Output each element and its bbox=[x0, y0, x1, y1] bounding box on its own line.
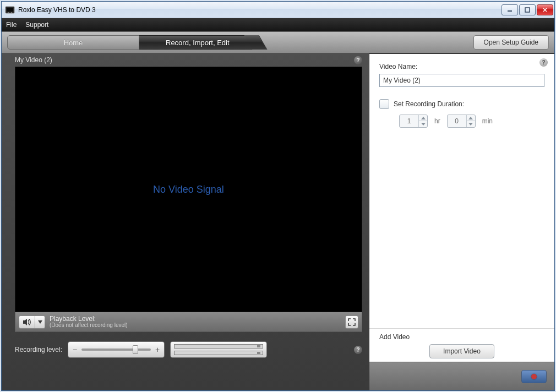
minimize-button[interactable] bbox=[502, 4, 518, 15]
set-duration-checkbox[interactable] bbox=[379, 99, 389, 109]
svg-rect-4 bbox=[508, 10, 512, 12]
speaker-dropdown[interactable] bbox=[35, 315, 45, 329]
minutes-unit: min bbox=[482, 117, 493, 125]
record-icon bbox=[531, 374, 537, 379]
tab-record-label: Record, Import, Edit bbox=[166, 39, 230, 47]
minutes-down[interactable] bbox=[467, 121, 475, 127]
recording-level-slider[interactable]: − + bbox=[68, 341, 165, 358]
left-panel: My Video (2) ? No Video Signal bbox=[2, 53, 369, 390]
set-duration-row: Set Recording Duration: bbox=[379, 99, 544, 109]
menu-file[interactable]: File bbox=[6, 21, 17, 29]
video-preview: No Video Signal bbox=[15, 67, 362, 312]
app-window: Roxio Easy VHS to DVD 3 File Support Hom… bbox=[1, 1, 555, 391]
app-icon bbox=[5, 5, 15, 15]
menubar: File Support bbox=[2, 18, 554, 31]
tabstrip: Home Record, Import, Edit Open Setup Gui… bbox=[2, 31, 554, 53]
add-video-label: Add Video bbox=[379, 333, 544, 341]
window-title: Roxio Easy VHS to DVD 3 bbox=[18, 6, 502, 14]
slider-thumb[interactable] bbox=[133, 345, 138, 354]
playback-level-note: (Does not affect recording level) bbox=[50, 323, 128, 329]
playback-labels: Playback Level: (Does not affect recordi… bbox=[50, 315, 128, 328]
svg-point-3 bbox=[11, 12, 12, 13]
minutes-input[interactable] bbox=[448, 117, 466, 125]
hours-up[interactable] bbox=[419, 115, 427, 121]
svg-point-2 bbox=[8, 12, 9, 13]
import-video-button[interactable]: Import Video bbox=[429, 344, 494, 358]
video-header: My Video (2) ? bbox=[2, 53, 369, 67]
settings-body: ? Video Name: Set Recording Duration: bbox=[369, 54, 554, 328]
close-button[interactable] bbox=[537, 4, 553, 15]
no-signal-text: No Video Signal bbox=[153, 184, 224, 195]
menu-support[interactable]: Support bbox=[25, 21, 48, 29]
plus-icon: + bbox=[154, 345, 161, 354]
set-duration-label: Set Recording Duration: bbox=[394, 100, 464, 108]
hours-down[interactable] bbox=[419, 121, 427, 127]
duration-controls: hr min bbox=[399, 115, 544, 128]
video-name-label: Video Name: bbox=[379, 63, 544, 70]
vu-meter bbox=[170, 341, 267, 358]
add-video-section: Add Video Import Video bbox=[369, 328, 554, 362]
hours-spinner[interactable] bbox=[399, 115, 428, 128]
speaker-control bbox=[19, 315, 45, 329]
tab-home-label: Home bbox=[64, 39, 83, 47]
right-panel: ? Video Name: Set Recording Duration: bbox=[369, 53, 554, 390]
vu-bar-right bbox=[174, 351, 263, 355]
minutes-spinner[interactable] bbox=[447, 115, 476, 128]
recording-row: Recording level: − + ? bbox=[2, 332, 369, 367]
window-controls bbox=[502, 4, 553, 15]
video-name-input[interactable] bbox=[379, 74, 544, 87]
record-button[interactable] bbox=[521, 370, 547, 383]
minutes-up[interactable] bbox=[467, 115, 475, 121]
help-icon[interactable]: ? bbox=[539, 58, 548, 67]
titlebar: Roxio Easy VHS to DVD 3 bbox=[2, 2, 554, 18]
record-bar bbox=[369, 362, 554, 390]
playback-level-label: Playback Level: bbox=[50, 315, 128, 323]
hours-input[interactable] bbox=[400, 117, 418, 125]
tab-home[interactable]: Home bbox=[7, 35, 139, 50]
help-icon[interactable]: ? bbox=[354, 56, 362, 64]
speaker-button[interactable] bbox=[19, 315, 35, 329]
hours-unit: hr bbox=[434, 117, 440, 125]
maximize-button[interactable] bbox=[519, 4, 536, 15]
svg-rect-1 bbox=[7, 8, 13, 12]
video-title: My Video (2) bbox=[15, 56, 52, 64]
recording-level-label: Recording level: bbox=[15, 346, 62, 353]
content-area: My Video (2) ? No Video Signal bbox=[2, 53, 554, 390]
playback-bar: Playback Level: (Does not affect recordi… bbox=[15, 312, 362, 332]
svg-rect-5 bbox=[525, 8, 530, 12]
slider-track bbox=[81, 349, 151, 351]
help-icon[interactable]: ? bbox=[354, 346, 362, 354]
open-setup-guide-button[interactable]: Open Setup Guide bbox=[473, 35, 549, 50]
fullscreen-button[interactable] bbox=[345, 315, 358, 329]
tab-record-import-edit[interactable]: Record, Import, Edit bbox=[139, 35, 257, 50]
vu-bar-left bbox=[174, 344, 263, 349]
minus-icon: − bbox=[72, 345, 78, 354]
